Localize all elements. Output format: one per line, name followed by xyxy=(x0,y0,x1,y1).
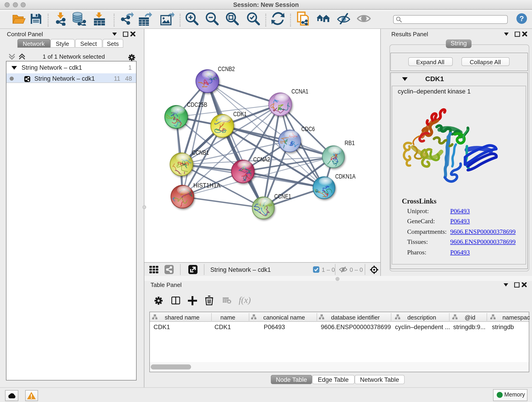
svg-text:CDC6: CDC6 xyxy=(301,125,315,133)
svg-text:CCNA2: CCNA2 xyxy=(253,156,270,163)
svg-text:CCNA1: CCNA1 xyxy=(291,88,308,95)
svg-text:CDC25B: CDC25B xyxy=(187,101,207,108)
svg-text:CCNB2: CCNB2 xyxy=(218,65,235,72)
svg-text:CDKN1A: CDKN1A xyxy=(335,173,355,180)
svg-text:CDK1: CDK1 xyxy=(233,110,247,118)
svg-text:RB1: RB1 xyxy=(345,139,355,147)
svg-text:CCNE1: CCNE1 xyxy=(274,193,291,200)
svg-text:HIST1H1A: HIST1H1A xyxy=(193,182,221,189)
svg-text:CCNB1: CCNB1 xyxy=(192,149,209,156)
